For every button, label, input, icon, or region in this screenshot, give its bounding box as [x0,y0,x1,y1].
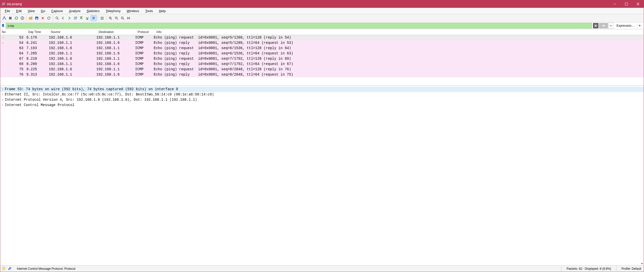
zoom-in-icon[interactable] [108,15,113,21]
row-marker-icon [0,51,6,56]
detail-row[interactable]: ›Ethernet II, Src: IntelCor_8c:ce:77 (5c… [0,92,644,97]
cell-info: Echo (ping) reply id=0x0001, seq=6/1536,… [153,51,644,56]
expand-caret-icon[interactable]: › [0,97,5,103]
col-info[interactable]: Info [156,30,162,34]
cell-dst: 192.168.1.6 [95,51,134,56]
row-marker-icon [0,67,6,72]
expand-caret-icon[interactable]: › [0,103,5,108]
stop-capture-icon[interactable] [8,15,13,21]
go-last-icon[interactable] [85,15,90,21]
clear-filter-button[interactable] [593,23,598,28]
menu-edit[interactable]: Edit [13,9,25,13]
cell-proto: ICMP [134,56,153,61]
resize-columns-icon[interactable] [126,15,131,21]
menu-view[interactable]: View [25,9,38,13]
status-profile[interactable]: Profile: Default [619,267,644,270]
col-src[interactable]: Source [51,30,60,34]
row-marker-icon: → [0,35,6,40]
cell-src: 192.168.1.6 [48,46,95,51]
find-packet-icon[interactable] [54,15,60,21]
menu-statistics[interactable]: Statistics [84,9,103,13]
go-back-icon[interactable] [60,15,66,21]
packet-list-header[interactable]: No Day Time Source Destination Protocol … [0,29,644,35]
close-button[interactable] [632,0,644,8]
cell-dst: 192.168.1.6 [95,40,134,46]
go-forward-icon[interactable] [66,15,72,21]
cell-no: 75 [6,67,25,72]
menu-help[interactable]: Help [156,9,169,13]
menu-file[interactable]: File [2,9,13,13]
zoom-reset-icon[interactable]: 1 [120,15,125,21]
cell-proto: ICMP [134,46,153,51]
maximize-button[interactable] [621,0,632,8]
cell-time: 9.225 [25,67,48,72]
menu-capture[interactable]: Capture [48,9,66,13]
cell-time: 6.241 [25,40,48,46]
save-file-icon[interactable] [34,15,39,21]
svg-point-35 [2,267,5,270]
pane-resize-icon[interactable]: ◂▸ [641,262,643,265]
open-file-icon[interactable] [28,15,33,21]
reload-icon[interactable] [46,15,52,21]
colorize-icon[interactable] [99,15,105,21]
table-row[interactable]: 678.210192.168.1.6192.168.1.1ICMPEcho (p… [0,56,644,61]
zoom-out-icon[interactable] [114,15,119,21]
display-filter-input[interactable] [6,23,592,28]
table-row[interactable]: 698.289192.168.1.1192.168.1.6ICMPEcho (p… [0,61,644,67]
menu-telephony[interactable]: Telephony [103,9,124,13]
col-time[interactable]: Day Time [28,30,41,34]
app-icon [2,2,5,6]
add-filter-button[interactable]: + [637,23,644,28]
filter-history-dropdown[interactable] [609,23,613,29]
menu-tools[interactable]: Tools [142,9,156,13]
capture-options-icon[interactable] [20,15,25,21]
cell-info: Echo (ping) request id=0x0001, seq=7/179… [153,56,644,61]
table-row[interactable]: 637.193192.168.1.6192.168.1.1ICMPEcho (p… [0,46,644,51]
apply-filter-button[interactable] [599,23,608,28]
cell-src: 192.168.1.6 [48,56,95,61]
menu-go[interactable]: Go [38,9,48,13]
expand-caret-icon[interactable]: › [0,87,5,92]
table-row[interactable]: 769.313192.168.1.1192.168.1.6ICMPEcho (p… [0,72,644,77]
go-first-icon[interactable] [78,15,84,21]
autoscroll-icon[interactable] [91,15,97,21]
cell-proto: ICMP [134,72,153,77]
row-marker-icon [0,46,6,51]
table-row[interactable]: 759.225192.168.1.6192.168.1.1ICMPEcho (p… [0,67,644,72]
detail-row[interactable]: ›Internet Protocol Version 4, Src: 192.1… [0,97,644,103]
jump-packet-icon[interactable] [72,15,78,21]
minimize-button[interactable] [609,0,621,8]
col-no[interactable]: No [2,30,6,34]
cell-src: 192.168.1.1 [48,72,95,77]
svg-line-25 [117,19,118,20]
cell-proto: ICMP [134,67,153,72]
col-dst[interactable]: Destination [99,30,114,34]
bookmark-filter-icon[interactable] [0,22,6,29]
cell-time: 9.313 [25,72,48,77]
close-file-icon[interactable] [40,15,46,21]
menu-analyze[interactable]: Analyze [66,9,84,13]
cell-proto: ICMP [134,35,153,40]
packet-list[interactable]: →536.179192.168.1.6192.168.1.1ICMPEcho (… [0,35,644,77]
edit-profile-icon[interactable] [8,266,12,271]
svg-rect-9 [36,18,37,19]
cell-info: Echo (ping) request id=0x0001, seq=6/153… [153,46,644,51]
expand-caret-icon[interactable]: › [0,92,5,97]
table-row[interactable]: ←546.241192.168.1.1192.168.1.6ICMPEcho (… [0,40,644,46]
detail-row[interactable]: ›Frame 53: 74 bytes on wire (592 bits), … [0,87,644,92]
table-row[interactable]: →536.179192.168.1.6192.168.1.1ICMPEcho (… [0,35,644,40]
col-proto[interactable]: Protocol [138,30,149,34]
table-row[interactable]: 647.265192.168.1.1192.168.1.6ICMPEcho (p… [0,51,644,56]
row-marker-icon [0,56,6,61]
cell-src: 192.168.1.1 [48,40,95,46]
start-capture-icon[interactable] [2,15,7,21]
cell-src: 192.168.1.1 [48,51,95,56]
restart-capture-icon[interactable] [14,15,19,21]
cell-info: Echo (ping) reply id=0x0001, seq=8/2048,… [153,72,644,77]
menu-wireless[interactable]: Wireless [124,9,142,13]
expression-button[interactable]: Expression… [614,24,637,27]
packet-details-pane[interactable]: ›Frame 53: 74 bytes on wire (592 bits), … [0,85,644,160]
menubar: FileEditViewGoCaptureAnalyzeStatisticsTe… [0,8,644,14]
detail-text: Internet Protocol Version 4, Src: 192.16… [5,97,197,103]
detail-row[interactable]: ›Internet Control Message Protocol [0,103,644,108]
